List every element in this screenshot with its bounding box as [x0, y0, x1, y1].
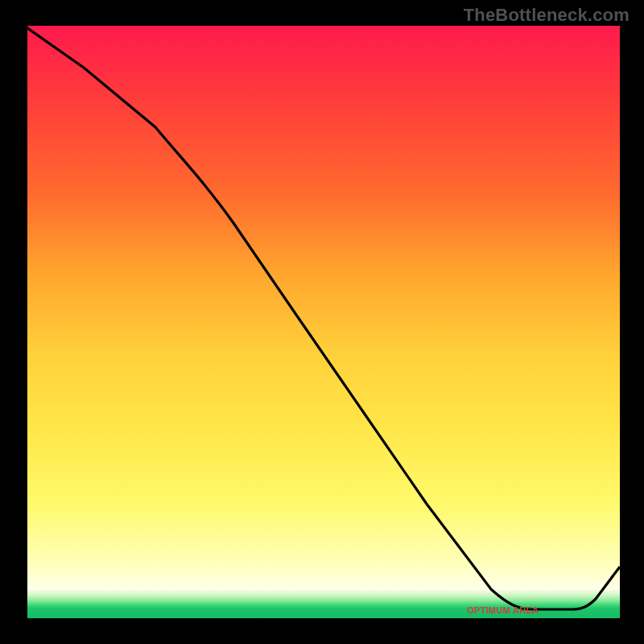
- chart-frame: TheBottleneck.com OPTIMUM AREA: [0, 0, 644, 644]
- chart-line: [24, 26, 620, 621]
- series-curve: [24, 26, 620, 609]
- watermark-text: TheBottleneck.com: [464, 5, 630, 26]
- optimum-area-label: OPTIMUM AREA: [467, 605, 539, 615]
